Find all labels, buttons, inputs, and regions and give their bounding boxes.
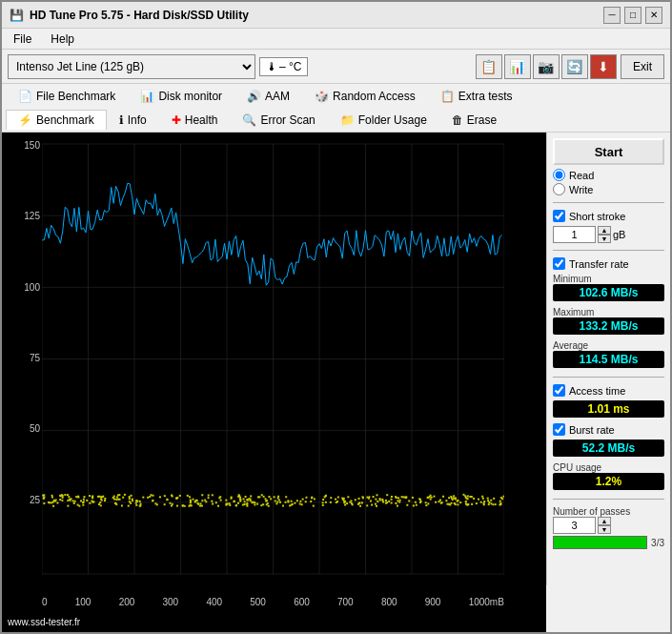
window-controls[interactable]: ─ □ ✕: [603, 7, 662, 24]
access-time-checkbox-row: Access time: [553, 384, 664, 397]
divider-1: [553, 202, 664, 203]
random-access-label: Random Access: [333, 90, 416, 103]
short-stroke-up[interactable]: ▲: [598, 226, 611, 235]
passes-section: Number of passes ▲ ▼ 3/3: [553, 506, 664, 549]
icon-button-5[interactable]: ⬇: [590, 54, 617, 79]
health-icon: ✚: [172, 113, 181, 127]
short-stroke-spinner-row: ▲ ▼ gB: [553, 226, 664, 243]
tab-erase[interactable]: 🗑 Erase: [439, 110, 509, 130]
burst-rate-checkbox[interactable]: [553, 423, 565, 436]
y-left-25: 25: [4, 495, 40, 505]
transfer-rate-checkbox[interactable]: [553, 257, 565, 270]
aam-label: AAM: [265, 90, 290, 103]
tab-health[interactable]: ✚ Health: [159, 110, 231, 130]
close-button[interactable]: ✕: [645, 7, 662, 24]
tab-random-access[interactable]: 🎲 Random Access: [302, 86, 428, 106]
x-600: 600: [294, 597, 310, 607]
tab-benchmark[interactable]: ⚡ Benchmark: [6, 110, 107, 130]
icon-button-2[interactable]: 📊: [504, 54, 531, 79]
app-icon: 💾: [10, 9, 24, 22]
temperature-display: 🌡 – °C: [259, 57, 308, 76]
temp-icon: 🌡: [266, 60, 277, 73]
short-stroke-down[interactable]: ▼: [598, 235, 611, 243]
average-value: 114.5 MB/s: [553, 351, 664, 368]
passes-progress-row: 3/3: [553, 536, 664, 549]
x-axis: 0 100 200 300 400 500 600 700 800 900 10…: [2, 595, 546, 611]
transfer-rate-row: Transfer rate: [553, 257, 664, 270]
info-icon: ℹ: [119, 113, 124, 127]
main-content: 150 125 100 75 50 25 6.00 5.00 4.00 3.00: [2, 133, 670, 632]
window-title: HD Tune Pro 5.75 - Hard Disk/SSD Utility: [30, 9, 249, 22]
passes-spinner-row: ▲ ▼: [553, 517, 664, 534]
tab-aam[interactable]: 🔊 AAM: [234, 86, 302, 106]
bottom-bar: www.ssd-tester.fr: [2, 611, 546, 632]
passes-progress-text: 3/3: [651, 538, 664, 548]
divider-3: [553, 377, 664, 378]
read-option: Read: [553, 169, 664, 181]
menu-file[interactable]: File: [10, 31, 35, 47]
menu-help[interactable]: Help: [47, 31, 78, 47]
icon-button-4[interactable]: 🔄: [561, 54, 588, 79]
y-left-150: 150: [4, 140, 40, 151]
tab-error-scan[interactable]: 🔍 Error Scan: [230, 110, 327, 130]
passes-up[interactable]: ▲: [598, 517, 611, 525]
disk-monitor-icon: 📊: [140, 90, 154, 103]
minimum-section: Minimum 102.6 MB/s: [553, 274, 664, 303]
tab-row-2: ⚡ Benchmark ℹ Info ✚ Health 🔍 Error Scan…: [2, 108, 670, 132]
icon-button-3[interactable]: 📷: [533, 54, 560, 79]
read-radio[interactable]: [553, 169, 565, 181]
access-time-checkbox[interactable]: [553, 384, 565, 397]
y-axis-left: 150 125 100 75 50 25: [2, 133, 42, 595]
x-400: 400: [206, 597, 222, 607]
toolbar-icons: 📋 📊 📷 🔄 ⬇: [476, 54, 617, 79]
average-label: Average: [553, 340, 664, 351]
tab-disk-monitor[interactable]: 📊 Disk monitor: [128, 86, 234, 106]
burst-rate-checkbox-row: Burst rate: [553, 423, 664, 436]
benchmark-icon: ⚡: [18, 113, 32, 127]
title-bar: 💾 HD Tune Pro 5.75 - Hard Disk/SSD Utili…: [2, 2, 670, 29]
info-label: Info: [128, 113, 147, 127]
x-700: 700: [337, 597, 354, 607]
short-stroke-unit: gB: [613, 229, 625, 240]
passes-down[interactable]: ▼: [598, 525, 611, 534]
icon-button-1[interactable]: 📋: [476, 54, 502, 79]
disk-selector[interactable]: Intenso Jet Line (125 gB): [8, 54, 255, 79]
short-stroke-input[interactable]: [553, 226, 596, 243]
write-option: Write: [553, 183, 664, 195]
short-stroke-spinners: ▲ ▼: [598, 226, 611, 243]
benchmark-label: Benchmark: [36, 113, 94, 127]
start-button[interactable]: Start: [553, 138, 664, 165]
tab-info[interactable]: ℹ Info: [107, 110, 159, 130]
file-benchmark-label: File Benchmark: [36, 90, 115, 103]
maximize-button[interactable]: □: [624, 7, 641, 24]
minimum-label: Minimum: [553, 274, 664, 284]
x-1000: 1000mB: [469, 597, 504, 607]
short-stroke-row: Short stroke: [553, 210, 664, 222]
y-left-50: 50: [4, 423, 40, 434]
minimize-button[interactable]: ─: [603, 7, 621, 24]
write-radio[interactable]: [553, 183, 565, 195]
x-200: 200: [119, 597, 135, 607]
tab-folder-usage[interactable]: 📁 Folder Usage: [328, 110, 439, 130]
benchmark-chart: [42, 133, 504, 595]
burst-rate-value: 52.2 MB/s: [553, 440, 664, 457]
tab-extra-tests[interactable]: 📋 Extra tests: [428, 86, 525, 106]
cpu-usage-label: CPU usage: [553, 462, 664, 473]
passes-progress-bar: [553, 536, 647, 549]
error-scan-icon: 🔍: [242, 113, 256, 127]
divider-2: [553, 250, 664, 251]
read-write-group: Read Write: [553, 169, 664, 195]
passes-input[interactable]: [553, 517, 596, 534]
tab-file-benchmark[interactable]: 📄 File Benchmark: [6, 86, 128, 106]
access-time-value: 1.01 ms: [553, 400, 664, 418]
burst-rate-label: Burst rate: [569, 424, 615, 436]
temp-value: – °C: [279, 60, 301, 73]
passes-label: Number of passes: [553, 506, 664, 517]
access-time-label: Access time: [569, 385, 625, 397]
exit-button[interactable]: Exit: [621, 54, 664, 79]
tab-row-1: 📄 File Benchmark 📊 Disk monitor 🔊 AAM 🎲 …: [2, 84, 670, 108]
menu-bar: File Help: [2, 29, 670, 50]
aam-icon: 🔊: [247, 90, 261, 103]
short-stroke-checkbox[interactable]: [553, 210, 565, 222]
write-label: Write: [569, 184, 593, 195]
